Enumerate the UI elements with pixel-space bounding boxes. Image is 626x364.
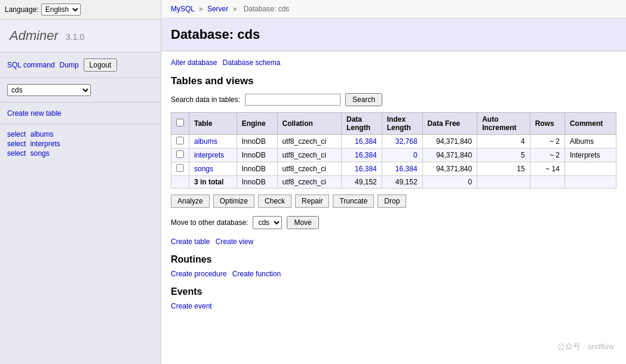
sidebar-nav: SQL command Dump Logout <box>0 53 161 78</box>
data-length-link-albums[interactable]: 16,384 <box>355 137 377 146</box>
row-data-length-songs: 16,384 <box>342 162 382 176</box>
move-db-select[interactable]: cds <box>253 216 282 229</box>
search-button[interactable]: Search <box>345 93 382 106</box>
language-label: Language: <box>5 5 39 14</box>
row-auto-inc-interprets: 5 <box>477 149 530 162</box>
page-title: Database: cds <box>171 27 616 42</box>
logout-button[interactable]: Logout <box>84 58 118 72</box>
language-select[interactable]: English <box>41 4 81 16</box>
page-header: Database: cds <box>161 18 626 51</box>
row-index-length-songs: 16,384 <box>382 162 422 176</box>
adminer-name: Adminer <box>10 28 59 43</box>
row-engine-albums: InnoDB <box>237 135 277 149</box>
table-row: albums InnoDB utf8_czech_ci 16,384 32,76… <box>171 135 616 149</box>
create-function-link[interactable]: Create function <box>232 270 281 278</box>
table-row: interprets InnoDB utf8_czech_ci 16,384 0… <box>171 149 616 162</box>
table-list: select albums select interprets select s… <box>0 124 161 165</box>
index-length-link-interprets[interactable]: 0 <box>413 151 418 159</box>
row-data-free-songs: 94,371,840 <box>422 162 477 176</box>
search-input[interactable] <box>245 94 340 106</box>
checkbox-interprets[interactable] <box>176 150 184 158</box>
data-length-link-songs[interactable]: 16,384 <box>355 165 377 173</box>
col-header-comment: Comment <box>564 113 616 135</box>
total-data-free: 0 <box>422 176 477 189</box>
checkbox-albums[interactable] <box>176 137 184 144</box>
row-checkbox-interprets <box>171 149 189 162</box>
breadcrumb-sep1: » <box>199 5 203 13</box>
albums-table-link[interactable]: albums <box>30 130 54 138</box>
database-select[interactable]: cds <box>7 84 91 96</box>
tables-heading: Tables and views <box>171 75 616 87</box>
create-links: Create table Create view <box>171 237 616 246</box>
events-links: Create event <box>171 302 616 310</box>
row-comment-songs <box>564 162 616 176</box>
content-area: Alter database Database schema Tables an… <box>161 51 626 326</box>
list-item-songs: select songs <box>7 149 154 158</box>
events-heading: Events <box>171 286 616 297</box>
total-auto-inc <box>477 176 530 189</box>
interprets-table-link[interactable]: interprets <box>30 140 60 148</box>
col-header-data-free: Data Free <box>422 113 477 135</box>
database-select-wrap: cds <box>0 78 161 103</box>
routines-links: Create procedure Create function <box>171 270 616 278</box>
data-length-link-interprets[interactable]: 16,384 <box>355 151 377 159</box>
select-albums-link[interactable]: select <box>7 130 26 138</box>
adminer-title: Adminer 3.1.0 <box>0 20 161 53</box>
col-header-table: Table <box>189 113 237 135</box>
optimize-button[interactable]: Optimize <box>213 195 254 208</box>
table-action-buttons: Analyze Optimize Check Repair Truncate D… <box>171 195 616 208</box>
truncate-button[interactable]: Truncate <box>333 195 374 208</box>
select-songs-link[interactable]: select <box>7 149 26 158</box>
row-checkbox-albums <box>171 135 189 149</box>
breadcrumb: MySQL » Server » Database: cds <box>161 0 626 18</box>
sidebar: Language: English Adminer 3.1.0 SQL comm… <box>0 0 161 364</box>
row-index-length-albums: 32,768 <box>382 135 422 149</box>
checkbox-songs[interactable] <box>176 164 184 172</box>
col-header-auto-increment: AutoIncrement <box>477 113 530 135</box>
row-auto-inc-albums: 4 <box>477 135 530 149</box>
total-rows <box>530 176 564 189</box>
col-header-collation: Collation <box>277 113 341 135</box>
col-header-checkbox <box>171 113 189 135</box>
breadcrumb-sep2: » <box>233 5 237 13</box>
check-button[interactable]: Check <box>258 195 291 208</box>
row-data-free-albums: 94,371,840 <box>422 135 477 149</box>
index-length-link-albums[interactable]: 32,768 <box>395 137 418 146</box>
sql-command-link[interactable]: SQL command <box>7 61 55 69</box>
create-table-link[interactable]: Create new table <box>7 109 62 118</box>
songs-table-link[interactable]: songs <box>30 149 50 158</box>
breadcrumb-mysql[interactable]: MySQL <box>171 5 195 13</box>
create-table-link-wrap: Create new table <box>0 103 161 124</box>
routines-heading: Routines <box>171 254 616 265</box>
table-link-albums[interactable]: albums <box>194 137 217 146</box>
create-procedure-link[interactable]: Create procedure <box>171 270 226 278</box>
index-length-link-songs[interactable]: 16,384 <box>395 165 418 173</box>
list-item-interprets: select interprets <box>7 140 154 148</box>
total-checkbox-cell <box>171 176 189 189</box>
breadcrumb-server[interactable]: Server <box>207 5 228 13</box>
dump-link[interactable]: Dump <box>60 61 79 69</box>
row-checkbox-songs <box>171 162 189 176</box>
create-view-link[interactable]: Create view <box>216 237 253 246</box>
move-button[interactable]: Move <box>287 216 318 229</box>
analyze-button[interactable]: Analyze <box>171 195 210 208</box>
row-engine-interprets: InnoDB <box>237 149 277 162</box>
language-bar: Language: English <box>0 0 161 20</box>
drop-button[interactable]: Drop <box>378 195 406 208</box>
database-schema-link[interactable]: Database schema <box>223 58 281 67</box>
select-interprets-link[interactable]: select <box>7 140 26 148</box>
create-table-link2[interactable]: Create table <box>171 237 210 246</box>
row-table-songs: songs <box>189 162 237 176</box>
repair-button[interactable]: Repair <box>295 195 329 208</box>
select-all-checkbox[interactable] <box>176 119 184 127</box>
total-label: 3 in total <box>189 176 237 189</box>
action-links: Alter database Database schema <box>171 58 616 67</box>
move-label: Move to other database: <box>171 218 248 227</box>
table-link-songs[interactable]: songs <box>194 165 213 173</box>
main-content: MySQL » Server » Database: cds Database:… <box>161 0 626 364</box>
alter-database-link[interactable]: Alter database <box>171 58 217 67</box>
create-event-link[interactable]: Create event <box>171 302 212 310</box>
table-link-interprets[interactable]: interprets <box>194 151 224 159</box>
move-row: Move to other database: cds Move <box>171 216 616 229</box>
row-data-length-interprets: 16,384 <box>342 149 382 162</box>
